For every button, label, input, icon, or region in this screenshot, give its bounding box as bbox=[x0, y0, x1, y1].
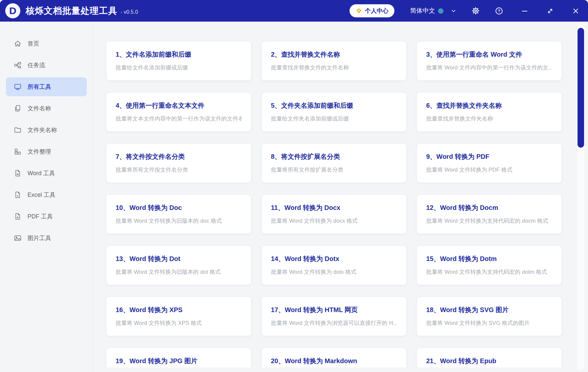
sidebar-item-all-tools[interactable]: 所有工具 bbox=[6, 77, 87, 96]
sidebar-item-home[interactable]: 首页 bbox=[6, 34, 87, 53]
scrollbar-track[interactable] bbox=[577, 24, 584, 370]
tool-card-title: 3、使用第一行重命名 Word 文件 bbox=[426, 50, 552, 59]
app-title: 核烁文档批量处理工具 bbox=[26, 5, 117, 17]
tool-card-title: 4、使用第一行重命名文本文件 bbox=[116, 101, 242, 110]
tool-card[interactable]: 7、将文件按文件名分类批量将所有文件按文件名分类 bbox=[106, 143, 251, 183]
globe-icon bbox=[437, 8, 444, 14]
sidebar-item-label: 图片工具 bbox=[28, 234, 51, 242]
tool-card-desc: 批量将 Word 文件转换为支持代码宏的 dotm 格式 bbox=[426, 268, 552, 276]
sidebar-item-word-tools[interactable]: WWord 工具 bbox=[6, 164, 87, 183]
sidebar-item-image-tools[interactable]: 图片工具 bbox=[6, 229, 87, 248]
tool-card-desc: 批量查找并替换文件夹名称 bbox=[426, 115, 552, 122]
word-doc-icon: W bbox=[14, 169, 22, 177]
tool-card-desc: 批量给文件名添加前缀或后缀 bbox=[116, 64, 242, 71]
tool-card-desc: 批量将 Word 文件转换为 PDF 格式 bbox=[426, 166, 552, 174]
svg-text:W: W bbox=[16, 173, 19, 176]
tool-card[interactable]: 9、Word 转换为 PDF批量将 Word 文件转换为 PDF 格式 bbox=[417, 143, 562, 183]
tool-card[interactable]: 19、Word 转换为 JPG 图片 bbox=[106, 348, 251, 367]
app-body: 首页任务流所有工具文件名称文件夹名称文件整理WWord 工具XExcel 工具P… bbox=[0, 22, 588, 372]
tool-card[interactable]: 20、Word 转换为 Markdown bbox=[261, 348, 407, 367]
tool-card-title: 16、Word 转换为 XPS bbox=[116, 306, 242, 314]
tool-card-desc: 批量将 Word 文件转换为旧版本的 doc 格式 bbox=[116, 217, 242, 225]
tool-card-title: 11、Word 转换为 Docx bbox=[271, 203, 397, 212]
tool-card-title: 7、将文件按文件名分类 bbox=[116, 152, 242, 161]
close-icon bbox=[572, 7, 579, 15]
tool-card[interactable]: 6、查找并替换文件夹名称批量查找并替换文件夹名称 bbox=[417, 92, 562, 132]
tool-card-title: 19、Word 转换为 JPG 图片 bbox=[116, 357, 242, 365]
sidebar-item-label: 所有工具 bbox=[28, 83, 51, 91]
tool-card[interactable]: 11、Word 转换为 Docx批量将 Word 文件转换为 docx 格式 bbox=[261, 195, 407, 234]
tool-card[interactable]: 8、将文件按扩展名分类批量将所有文件按扩展名分类 bbox=[261, 143, 407, 183]
tool-card[interactable]: 2、查找并替换文件名称批量查找并替换文件的文件名称 bbox=[261, 41, 407, 81]
tool-card[interactable]: 16、Word 转换为 XPS批量将 Word 文件转换为 XPS 格式 bbox=[106, 297, 251, 336]
tool-card-title: 14、Word 转换为 Dotx bbox=[271, 254, 397, 263]
sidebar-item-label: 首页 bbox=[28, 40, 39, 47]
vip-icon bbox=[355, 8, 362, 14]
sidebar-item-folder-names[interactable]: 文件夹名称 bbox=[6, 121, 87, 140]
sidebar-item-file-organize[interactable]: 文件整理 bbox=[6, 142, 87, 161]
sidebar-item-label: PDF 工具 bbox=[28, 213, 53, 220]
organize-icon bbox=[14, 148, 22, 156]
tool-card-title: 10、Word 转换为 Doc bbox=[116, 203, 242, 212]
tool-card[interactable]: 1、文件名添加前缀和后缀批量给文件名添加前缀或后缀 bbox=[106, 41, 251, 81]
sidebar-item-file-names[interactable]: 文件名称 bbox=[6, 99, 87, 118]
tool-card[interactable]: 4、使用第一行重命名文本文件批量将文本文件内容中的第一行作为该文件的文件名 bbox=[106, 92, 251, 132]
titlebar-actions: 个人中心 简体中文 bbox=[350, 4, 579, 17]
tool-card-desc: 批量将 Word 文件转换为 SVG 格式的图片 bbox=[426, 319, 552, 327]
sidebar-item-label: 文件名称 bbox=[28, 104, 51, 112]
close-button[interactable] bbox=[572, 7, 579, 15]
tool-card-desc: 批量将 Word 文件转换为浏览器可以直接打开的 H... bbox=[271, 319, 397, 327]
minimize-icon bbox=[521, 7, 528, 15]
tool-card[interactable]: 18、Word 转换为 SVG 图片批量将 Word 文件转换为 SVG 格式的… bbox=[417, 297, 562, 336]
tool-card[interactable]: 13、Word 转换为 Dot批量将 Word 文件转换为旧版本的 dot 格式 bbox=[106, 246, 251, 285]
scrollbar-thumb[interactable] bbox=[578, 28, 584, 148]
tool-card-title: 21、Word 转换为 Epub bbox=[426, 357, 552, 365]
tool-card-title: 13、Word 转换为 Dot bbox=[116, 254, 242, 263]
settings-button[interactable] bbox=[471, 7, 480, 15]
gear-icon bbox=[471, 7, 480, 15]
tool-card-title: 6、查找并替换文件夹名称 bbox=[426, 101, 552, 110]
tool-card-desc: 批量将 Word 文件转换为 dotx 格式 bbox=[271, 268, 397, 276]
tool-card-title: 5、文件夹名添加前缀和后缀 bbox=[271, 101, 397, 110]
maximize-button[interactable] bbox=[547, 8, 554, 14]
sidebar-item-label: 文件整理 bbox=[28, 148, 51, 156]
tool-card[interactable]: 3、使用第一行重命名 Word 文件批量将 Word 文件内容中的第一行作为该文… bbox=[417, 41, 562, 81]
tool-card-desc: 批量将 Word 文件转换为旧版本的 dot 格式 bbox=[116, 268, 242, 276]
tool-card[interactable]: 15、Word 转换为 Dotm批量将 Word 文件转换为支持代码宏的 dot… bbox=[417, 246, 562, 285]
tool-card-title: 20、Word 转换为 Markdown bbox=[271, 357, 397, 365]
sidebar-item-excel-tools[interactable]: XExcel 工具 bbox=[6, 185, 87, 204]
sidebar: 首页任务流所有工具文件名称文件夹名称文件整理WWord 工具XExcel 工具P… bbox=[0, 22, 93, 372]
tool-card-desc: 批量查找并替换文件的文件名称 bbox=[271, 64, 397, 71]
excel-doc-icon: X bbox=[14, 191, 22, 199]
sidebar-item-pdf-tools[interactable]: PDF 工具 bbox=[6, 207, 87, 226]
tool-card[interactable]: 17、Word 转换为 HTML 网页批量将 Word 文件转换为浏览器可以直接… bbox=[261, 297, 407, 336]
tool-card[interactable]: 12、Word 转换为 Docm批量将 Word 文件转换为支持代码宏的 doc… bbox=[417, 195, 562, 234]
personal-center-button[interactable]: 个人中心 bbox=[350, 4, 394, 17]
minimize-button[interactable] bbox=[521, 7, 528, 15]
personal-center-label: 个人中心 bbox=[365, 7, 389, 15]
help-button[interactable]: ? bbox=[495, 7, 503, 15]
app-version: - v0.5.0 bbox=[121, 7, 138, 15]
pdf-doc-icon bbox=[14, 213, 22, 220]
svg-text:?: ? bbox=[498, 9, 501, 13]
tool-card-title: 8、将文件按扩展名分类 bbox=[271, 152, 397, 161]
tool-card[interactable]: 5、文件夹名添加前缀和后缀批量给文件夹名添加前缀或后缀 bbox=[261, 92, 407, 132]
tool-card-desc: 批量将所有文件按扩展名分类 bbox=[271, 166, 397, 174]
tool-card-desc: 批量将 Word 文件转换为支持代码宏的 docm 格式 bbox=[426, 217, 552, 225]
sidebar-item-workflow[interactable]: 任务流 bbox=[6, 56, 87, 75]
sidebar-item-label: Word 工具 bbox=[28, 169, 55, 177]
tool-card-desc: 批量给文件夹名添加前缀或后缀 bbox=[271, 115, 397, 122]
language-selector[interactable]: 简体中文 bbox=[410, 7, 456, 15]
tool-card-desc: 批量将 Word 文件转换为 XPS 格式 bbox=[116, 319, 242, 327]
tool-card[interactable]: 14、Word 转换为 Dotx批量将 Word 文件转换为 dotx 格式 bbox=[261, 246, 407, 285]
tool-card[interactable]: 21、Word 转换为 Epub bbox=[417, 348, 562, 367]
tool-card-title: 1、文件名添加前缀和后缀 bbox=[116, 50, 242, 59]
tool-card-desc: 批量将 Word 文件转换为 docx 格式 bbox=[271, 217, 397, 225]
language-label: 简体中文 bbox=[410, 7, 435, 15]
image-icon bbox=[14, 234, 22, 242]
tools-grid: 1、文件名添加前缀和后缀批量给文件名添加前缀或后缀2、查找并替换文件名称批量查找… bbox=[106, 41, 588, 367]
tool-card[interactable]: 10、Word 转换为 Doc批量将 Word 文件转换为旧版本的 doc 格式 bbox=[106, 195, 251, 234]
home-icon bbox=[14, 40, 22, 47]
monitor-icon bbox=[14, 83, 22, 91]
titlebar: D 核烁文档批量处理工具 - v0.5.0 个人中心 简体中文 bbox=[0, 0, 588, 22]
